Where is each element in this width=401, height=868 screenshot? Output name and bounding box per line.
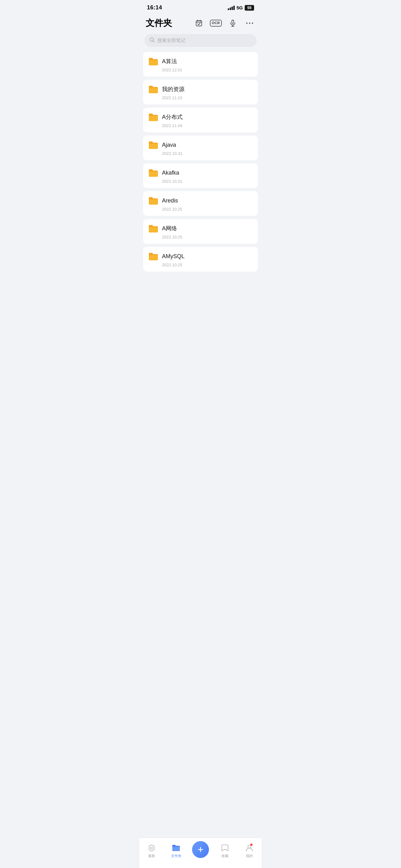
search-icon [149, 37, 155, 44]
list-item[interactable]: A网络 2022.10.25 [143, 219, 258, 244]
folder-icon [148, 141, 158, 149]
folder-date: 2022.12.01 [148, 68, 253, 72]
calendar-check-icon [195, 20, 203, 27]
folder-name: A网络 [162, 225, 177, 232]
folder-icon [148, 168, 158, 177]
favorites-icon [221, 844, 229, 852]
folder-name: Akafka [162, 169, 179, 176]
more-icon [246, 22, 253, 24]
folders-icon [172, 844, 180, 852]
svg-point-7 [246, 23, 248, 24]
svg-point-8 [249, 23, 250, 24]
folder-row: A网络 [148, 224, 253, 233]
nav-label-folders: 文件夹 [171, 854, 181, 858]
folder-row: AMySQL [148, 252, 253, 261]
folder-date: 2022.10.25 [148, 262, 253, 267]
status-5g: 5G [236, 5, 243, 10]
header-icons: OCR [193, 18, 255, 29]
folder-date: 2022.11.04 [148, 123, 253, 128]
nav-label-mine: 我的 [246, 854, 253, 858]
status-time: 16:14 [147, 4, 162, 11]
folder-row: Akafka [148, 168, 253, 177]
status-right: 5G 98 [228, 5, 254, 11]
mic-icon-button[interactable] [227, 18, 238, 29]
folder-name: A算法 [162, 58, 177, 65]
folder-icon [148, 252, 158, 261]
list-item[interactable]: A分布式 2022.11.04 [143, 107, 258, 132]
plus-icon [197, 846, 204, 853]
folder-row: A算法 [148, 57, 253, 66]
folder-row: 我的资源 [148, 85, 253, 94]
latest-icon [147, 844, 156, 852]
mic-icon [229, 20, 236, 27]
folder-name: Aredis [162, 197, 178, 204]
svg-rect-4 [232, 20, 234, 24]
signal-bars [228, 6, 235, 10]
nav-item-add[interactable] [188, 841, 213, 861]
header: 文件夹 OCR [139, 13, 262, 34]
folder-date: 2022.11.15 [148, 95, 253, 100]
folder-icon [148, 57, 158, 66]
folder-name: A分布式 [162, 113, 183, 121]
list-item[interactable]: 我的资源 2022.11.15 [143, 80, 258, 104]
folder-name: AMySQL [162, 253, 184, 260]
svg-point-12 [151, 847, 152, 849]
folder-list: A算法 2022.12.01 我的资源 2022.11.15 A分布式 [139, 52, 262, 275]
page-title: 文件夹 [146, 17, 172, 29]
list-item[interactable]: Aredis 2022.10.25 [143, 191, 258, 216]
folder-date: 2022.10.25 [148, 235, 253, 239]
svg-rect-0 [196, 21, 202, 26]
search-bar[interactable]: 搜索全部笔记 [144, 34, 257, 47]
list-item[interactable]: AMySQL 2022.10.25 [143, 247, 258, 272]
folder-date: 2022.10.31 [148, 151, 253, 156]
search-placeholder-text: 搜索全部笔记 [157, 37, 185, 43]
svg-line-11 [153, 41, 154, 42]
notification-dot [250, 844, 253, 846]
nav-label-favorites: 收藏 [222, 854, 228, 858]
nav-item-mine[interactable]: 我的 [237, 844, 262, 858]
list-item[interactable]: A算法 2022.12.01 [143, 52, 258, 77]
status-bar: 16:14 5G 98 [139, 0, 262, 13]
mine-icon [245, 844, 254, 852]
ocr-icon-button[interactable]: OCR [210, 18, 222, 29]
folder-icon [148, 113, 158, 121]
folder-date: 2022.10.25 [148, 207, 253, 212]
folder-row: A分布式 [148, 113, 253, 121]
more-icon-button[interactable] [244, 18, 255, 29]
calendar-icon-button[interactable] [193, 18, 205, 29]
folder-row: Ajava [148, 141, 253, 149]
folder-icon [148, 224, 158, 233]
ocr-icon: OCR [210, 20, 222, 26]
folder-name: 我的资源 [162, 86, 184, 93]
battery-level: 98 [245, 5, 254, 11]
nav-label-latest: 最新 [148, 854, 155, 858]
list-item[interactable]: Akafka 2022.10.31 [143, 163, 258, 188]
add-button[interactable] [192, 841, 209, 858]
svg-point-9 [252, 23, 253, 24]
folder-row: Aredis [148, 196, 253, 205]
battery: 98 [245, 5, 254, 11]
folder-icon [148, 196, 158, 205]
nav-item-favorites[interactable]: 收藏 [213, 844, 237, 858]
nav-item-latest[interactable]: 最新 [139, 844, 164, 858]
list-item[interactable]: Ajava 2022.10.31 [143, 135, 258, 160]
search-container: 搜索全部笔记 [139, 34, 262, 52]
bottom-nav: 最新 文件夹 收藏 [139, 838, 262, 868]
folder-name: Ajava [162, 142, 176, 148]
folder-icon [148, 85, 158, 94]
nav-item-folders[interactable]: 文件夹 [164, 844, 188, 858]
folder-date: 2022.10.31 [148, 179, 253, 184]
